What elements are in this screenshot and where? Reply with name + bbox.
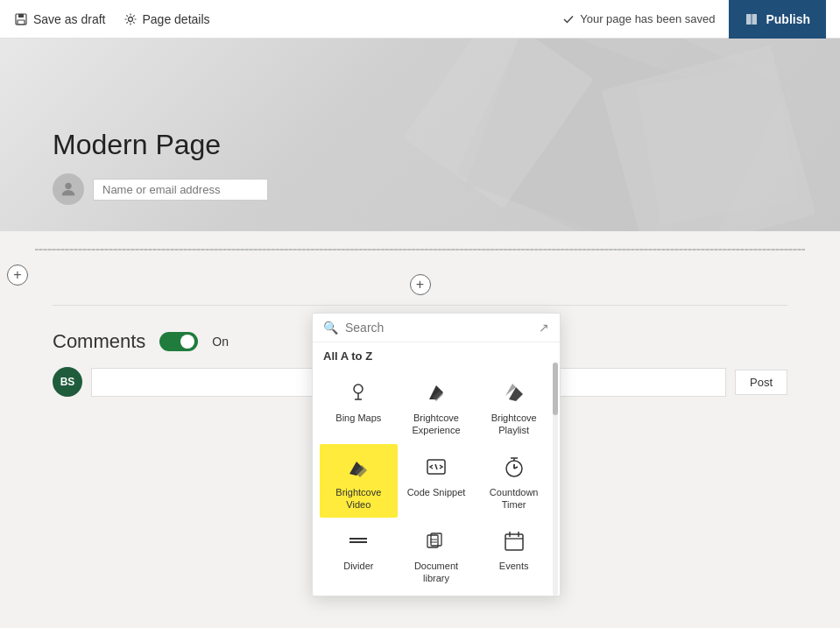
picker-expand-icon[interactable]: ↗ bbox=[539, 321, 549, 335]
page-title: Modern Page bbox=[53, 129, 268, 161]
divider-label: Divider bbox=[343, 560, 373, 572]
picker-item-events[interactable]: Events bbox=[475, 518, 553, 592]
webpart-picker-popup: 🔍 ↗ All A to Z Bing Maps bbox=[312, 313, 561, 596]
save-draft-label: Save as draft bbox=[33, 12, 106, 26]
divider-icon bbox=[344, 526, 372, 554]
comments-toggle[interactable] bbox=[159, 332, 198, 351]
svg-rect-6 bbox=[752, 14, 753, 25]
document-library-icon bbox=[422, 526, 450, 554]
save-as-draft-button[interactable]: Save as draft bbox=[14, 12, 106, 26]
book-icon bbox=[745, 12, 759, 26]
svg-rect-30 bbox=[505, 534, 523, 550]
events-icon bbox=[500, 526, 528, 554]
page-details-label: Page details bbox=[143, 12, 210, 26]
events-label: Events bbox=[499, 560, 529, 572]
webpart-add-row: + bbox=[0, 272, 840, 298]
saved-status: Your page has been saved bbox=[562, 12, 715, 25]
author-name-input[interactable] bbox=[93, 179, 268, 201]
picker-item-divider[interactable]: Divider bbox=[320, 518, 398, 592]
svg-line-18 bbox=[435, 464, 437, 469]
brightcove-video-icon bbox=[344, 453, 372, 481]
picker-item-document-library[interactable]: Document library bbox=[398, 518, 476, 592]
hero-content: Modern Page bbox=[53, 129, 268, 205]
top-bar-right: Your page has been saved Publish bbox=[562, 0, 826, 39]
svg-point-8 bbox=[354, 385, 363, 393]
document-library-label: Document library bbox=[401, 560, 472, 585]
svg-point-7 bbox=[65, 183, 71, 189]
toggle-thumb bbox=[180, 335, 194, 349]
toggle-track bbox=[159, 332, 198, 351]
add-section-line bbox=[35, 249, 805, 250]
countdown-timer-label: Countdown Timer bbox=[478, 486, 549, 512]
svg-rect-4 bbox=[746, 14, 751, 25]
picker-search-icon: 🔍 bbox=[323, 321, 338, 335]
brightcove-playlist-label: Brightcove Playlist bbox=[478, 412, 549, 437]
top-bar: Save as draft Page details Your page has… bbox=[0, 0, 840, 39]
hero-shape-2 bbox=[636, 62, 798, 224]
hero-section: Modern Page bbox=[0, 39, 840, 231]
brightcove-video-label: Brightcove Video bbox=[323, 486, 394, 512]
add-section-row bbox=[0, 233, 840, 265]
brightcove-experience-icon bbox=[422, 378, 450, 406]
post-button[interactable]: Post bbox=[735, 370, 787, 395]
picker-item-brightcove-experience[interactable]: Brightcove Experience bbox=[398, 370, 476, 444]
picker-grid: Bing Maps Brightcove Experience bbox=[313, 366, 560, 596]
author-avatar bbox=[53, 173, 84, 205]
picker-item-brightcove-playlist[interactable]: Brightcove Playlist bbox=[475, 370, 553, 444]
picker-item-code-snippet[interactable]: Code Snippet bbox=[398, 444, 476, 519]
add-section-left-button[interactable]: + bbox=[7, 265, 28, 286]
svg-rect-1 bbox=[18, 14, 24, 18]
countdown-timer-icon bbox=[500, 453, 528, 481]
bing-maps-icon bbox=[344, 378, 372, 406]
check-icon bbox=[562, 13, 575, 25]
commenter-avatar: BS bbox=[53, 367, 82, 397]
picker-scrollbar[interactable] bbox=[553, 363, 558, 596]
top-bar-left: Save as draft Page details bbox=[14, 12, 210, 26]
picker-item-brightcove-video[interactable]: Brightcove Video bbox=[320, 444, 398, 519]
svg-point-3 bbox=[128, 17, 132, 21]
publish-label: Publish bbox=[766, 12, 810, 26]
picker-search-row: 🔍 ↗ bbox=[313, 314, 560, 342]
page-details-button[interactable]: Page details bbox=[124, 12, 210, 26]
brightcove-playlist-icon bbox=[500, 378, 528, 406]
toggle-label: On bbox=[212, 335, 229, 349]
svg-rect-2 bbox=[18, 20, 25, 25]
svg-rect-5 bbox=[752, 14, 757, 25]
add-webpart-button[interactable]: + bbox=[410, 274, 431, 295]
save-icon bbox=[14, 12, 28, 26]
comments-title: Comments bbox=[53, 330, 145, 353]
picker-section-label: All A to Z bbox=[313, 342, 560, 366]
picker-search-input[interactable] bbox=[345, 321, 532, 335]
hero-author-row bbox=[53, 173, 268, 205]
code-snippet-icon bbox=[422, 453, 450, 481]
picker-item-countdown-timer[interactable]: Countdown Timer bbox=[475, 444, 553, 519]
person-icon bbox=[59, 180, 78, 199]
saved-status-text: Your page has been saved bbox=[580, 12, 715, 25]
brightcove-experience-label: Brightcove Experience bbox=[401, 412, 472, 437]
publish-button[interactable]: Publish bbox=[729, 0, 826, 39]
bing-maps-label: Bing Maps bbox=[335, 412, 381, 424]
separator bbox=[53, 305, 787, 306]
picker-scrollbar-thumb bbox=[553, 363, 558, 415]
gear-icon bbox=[124, 12, 138, 26]
picker-item-bing-maps[interactable]: Bing Maps bbox=[320, 370, 398, 444]
page-area: Modern Page + + Comments bbox=[0, 39, 840, 628]
code-snippet-label: Code Snippet bbox=[407, 486, 466, 498]
